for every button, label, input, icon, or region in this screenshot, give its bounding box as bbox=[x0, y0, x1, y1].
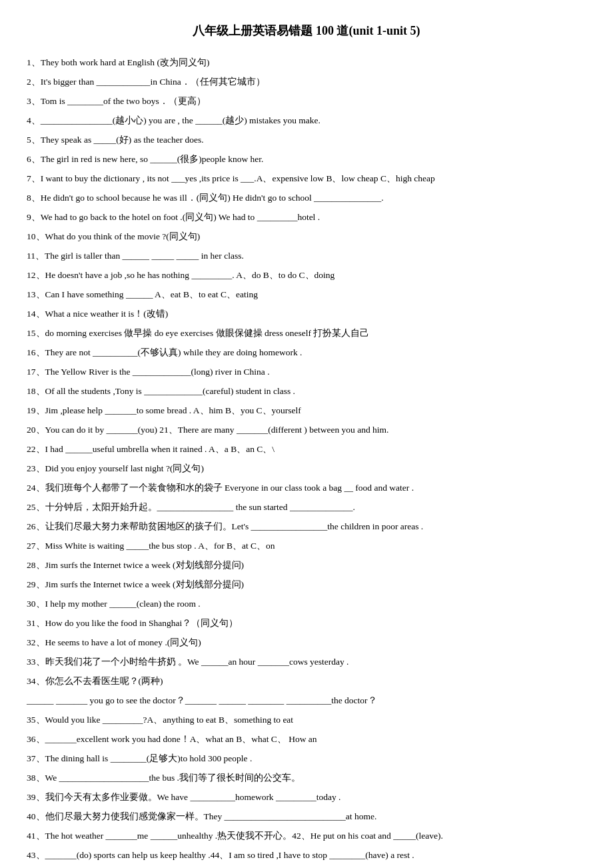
question-line-9: 9、We had to go back to the hotel on foot… bbox=[27, 208, 586, 226]
question-line-7: 7、I want to buy the dictionary , its not… bbox=[27, 169, 586, 187]
question-line-37: 37、The dining hall is ________(足够大)to ho… bbox=[27, 749, 586, 767]
question-line-32: 33、昨天我们花了一个小时给牛挤奶 。We ______an hour ____… bbox=[27, 653, 586, 671]
question-line-28: 29、Jim surfs the Internet twice a week (… bbox=[27, 575, 586, 593]
question-line-19: 19、Jim ,please help _______to some bread… bbox=[27, 401, 586, 419]
question-line-4: 4、________________(越小心) you are , the __… bbox=[27, 111, 586, 129]
question-line-36: 36、_______excellent work you had done！A、… bbox=[27, 730, 586, 748]
question-line-18: 18、Of all the students ,Tony is ________… bbox=[27, 382, 586, 400]
question-line-10: 10、What do you think of the movie ?(同义句) bbox=[27, 227, 586, 245]
question-line-14: 14、What a nice weather it is！(改错) bbox=[27, 305, 586, 323]
question-line-5: 5、They speak as _____(好) as the teacher … bbox=[27, 131, 586, 149]
question-line-20: 20、You can do it by _______(you) 21、Ther… bbox=[27, 421, 586, 439]
question-line-3: 3、Tom is ________of the two boys．（更高） bbox=[27, 92, 586, 110]
content-area: 1、They both work hard at English (改为同义句)… bbox=[27, 53, 586, 868]
question-line-22: 23、Did you enjoy yourself last night ?(同… bbox=[27, 459, 586, 477]
question-line-34: ______ _______ you go to see the doctor？… bbox=[27, 691, 586, 709]
question-line-16: 16、They are not __________(不够认真) while t… bbox=[27, 343, 586, 361]
question-line-15: 15、do morning exercises 做早操 do eye exerc… bbox=[27, 324, 586, 342]
question-line-24: 25、十分钟后，太阳开始升起。_________________ the sun… bbox=[27, 498, 586, 516]
question-line-11: 11、The girl is taller than ______ _____ … bbox=[27, 247, 586, 265]
question-line-1: 1、They both work hard at English (改为同义句) bbox=[27, 53, 586, 71]
question-line-33: 34、你怎么不去看医生呢？(两种) bbox=[27, 672, 586, 690]
question-line-42: 43、_______(do) sports can help us keep h… bbox=[27, 846, 586, 864]
question-line-31: 32、He seems to have a lot of money .(同义句… bbox=[27, 633, 586, 651]
question-line-6: 6、The girl in red is new here, so ______… bbox=[27, 150, 586, 168]
question-line-30: 31、How do you like the food in Shanghai？… bbox=[27, 614, 586, 632]
question-line-13: 13、Can I have something ______ A、eat B、t… bbox=[27, 285, 586, 303]
question-line-41: 41、The hot weather _______me ______unhea… bbox=[27, 827, 586, 845]
question-line-40: 40、他们尽最大努力使我们感觉像家一样。They _______________… bbox=[27, 807, 586, 825]
question-line-17: 17、The Yellow River is the _____________… bbox=[27, 363, 586, 381]
question-line-39: 39、我们今天有太多作业要做。We have __________homewor… bbox=[27, 788, 586, 806]
question-line-29: 30、I help my mother ______(clean) the ro… bbox=[27, 595, 586, 613]
question-line-38: 38、We ____________________the bus .我们等了很… bbox=[27, 769, 586, 787]
question-line-12: 12、He doesn't have a job ,so he has noth… bbox=[27, 266, 586, 284]
question-line-2: 2、It's bigger than ____________in China．… bbox=[27, 73, 586, 91]
question-line-25: 26、让我们尽最大努力来帮助贫困地区的孩子们。Let's ___________… bbox=[27, 517, 586, 535]
question-line-21: 22、I had ______useful umbrella when it r… bbox=[27, 440, 586, 458]
question-line-23: 24、我们班每个人都带了一个装食物和水的袋子 Everyone in our c… bbox=[27, 479, 586, 497]
question-line-8: 8、He didn't go to school because he was … bbox=[27, 189, 586, 207]
question-line-27: 28、Jim surfs the Internet twice a week (… bbox=[27, 556, 586, 574]
question-line-35: 35、Would you like _________?A、anything t… bbox=[27, 711, 586, 729]
page-title: 八年级上册英语易错题 100 道(unit 1-unit 5) bbox=[27, 20, 586, 41]
question-line-43: 45、You know _______(eat) junk food isn't… bbox=[27, 865, 586, 868]
question-line-26: 27、Miss White is waiting _____the bus st… bbox=[27, 537, 586, 555]
